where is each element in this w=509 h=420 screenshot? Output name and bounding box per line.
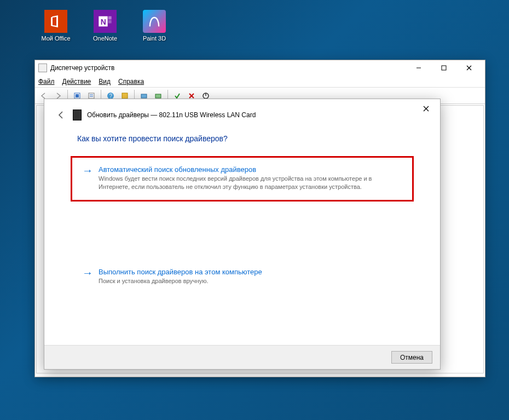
option-title: Автоматический поиск обновленных драйвер… [99, 165, 402, 174]
svg-rect-17 [141, 94, 147, 98]
svg-rect-16 [122, 93, 128, 99]
window-title: Диспетчер устройств [50, 64, 406, 72]
option-desc: Поиск и установка драйверов вручную. [99, 277, 402, 285]
app-icon [38, 64, 47, 72]
option-desc: Windows будет вести поиск последних верс… [99, 175, 402, 191]
svg-rect-2 [108, 16, 112, 20]
arrow-right-icon: → [82, 268, 93, 285]
paint3d-icon [143, 10, 166, 33]
svg-rect-4 [108, 24, 112, 27]
onenote-icon: N [94, 10, 117, 33]
wizard-question: Как вы хотите провести поиск драйверов? [44, 124, 440, 146]
svg-text:N: N [101, 18, 106, 26]
menubar: Файл Действие Вид Справка [35, 76, 485, 88]
option-manual-search[interactable]: → Выполнить поиск драйверов на этом комп… [72, 266, 413, 287]
svg-rect-3 [108, 20, 112, 24]
titlebar[interactable]: Диспетчер устройств [35, 60, 485, 76]
menu-view[interactable]: Вид [99, 78, 111, 85]
desktop-icon-label: OneNote [93, 35, 117, 42]
cancel-button[interactable]: Отмена [391, 351, 432, 364]
wizard-close-button[interactable] [415, 101, 437, 116]
update-driver-wizard: Обновить драйверы — 802.11n USB Wireless… [44, 99, 441, 370]
wizard-back-button[interactable] [55, 109, 67, 121]
menu-action[interactable]: Действие [62, 78, 91, 85]
option-title: Выполнить поиск драйверов на этом компью… [99, 268, 402, 276]
menu-help[interactable]: Справка [118, 78, 144, 85]
svg-rect-6 [442, 66, 446, 70]
option-auto-search[interactable]: → Автоматический поиск обновленных драйв… [72, 157, 413, 200]
device-icon [73, 110, 82, 120]
wizard-title: Обновить драйверы — 802.11n USB Wireless… [87, 111, 256, 119]
svg-rect-10 [76, 94, 79, 97]
close-button[interactable] [456, 60, 482, 76]
svg-rect-11 [89, 93, 94, 99]
desktop-icon-label: Мой Office [41, 35, 70, 42]
svg-text:?: ? [109, 93, 113, 99]
maximize-button[interactable] [431, 60, 456, 76]
desktop-icons: Мой Office N OneNote Paint 3D [39, 10, 171, 42]
desktop-icon-office[interactable]: Мой Office [39, 10, 72, 42]
svg-rect-18 [155, 94, 161, 98]
office-icon [44, 10, 67, 33]
desktop-icon-label: Paint 3D [143, 35, 166, 42]
wizard-footer: Отмена [44, 345, 440, 369]
menu-file[interactable]: Файл [38, 78, 55, 85]
desktop-icon-onenote[interactable]: N OneNote [89, 10, 122, 42]
arrow-right-icon: → [82, 165, 93, 191]
minimize-button[interactable] [406, 60, 431, 76]
desktop-icon-paint3d[interactable]: Paint 3D [138, 10, 171, 42]
